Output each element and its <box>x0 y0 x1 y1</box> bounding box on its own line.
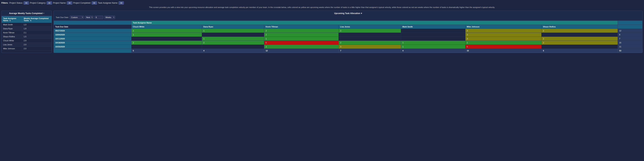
left-name-cell: Shaun Rollins <box>2 34 22 38</box>
value-cell <box>542 33 618 37</box>
value-cell: 1 <box>401 41 465 45</box>
table-row: 10/11/202011327 <box>54 37 642 41</box>
date-cell: 10/11/2020 <box>54 37 132 41</box>
value-cell: 2 <box>131 41 202 45</box>
description-text: This screen provides you with a view int… <box>2 6 642 9</box>
left-name-cell: Mike Johnson <box>2 46 22 50</box>
next-select[interactable]: Next Last <box>85 16 94 19</box>
value-cell: 3 <box>465 29 542 33</box>
filter-project-category-label: Project Category: <box>30 2 46 4</box>
filter-task-assignee-label: Task Assignee Name: <box>98 2 118 4</box>
left-table-header-row: Task Assignee Name ⇅ Weekly Average Comp… <box>2 16 52 22</box>
filter-project-name-label: Project Name: <box>53 2 66 4</box>
left-table: Task Assignee Name ⇅ Weekly Average Comp… <box>2 16 52 51</box>
value-cell: 1 <box>465 41 542 45</box>
filter-group-project-category: Project Category: All <box>30 1 52 4</box>
filter-project-status-label: Project Status: <box>10 2 23 4</box>
left-name-cell: Lisa Jones <box>2 42 22 46</box>
date-filter-row: Task Due Date: Custom This Week Next Wee… <box>56 16 640 19</box>
value-cell: 2 <box>264 29 339 33</box>
date-cell: 09/27/2020 <box>54 29 132 33</box>
value-cell <box>542 45 618 49</box>
value-cell: 2 <box>131 29 202 33</box>
left-table-row: Mark Smith 1.0 <box>2 22 52 26</box>
date-select-wrapper[interactable]: Custom This Week Next Week This Month <box>70 16 84 19</box>
left-name-cell: Kevin Tillman <box>2 30 22 34</box>
value-cell: 1 <box>202 29 264 33</box>
crosstab-col-shaun: Shaun Rollins <box>542 25 618 29</box>
table-row: 10/25/2020231511 <box>54 45 642 49</box>
left-value-cell: 2.9 <box>22 38 52 42</box>
value-cell: 2 <box>542 41 618 45</box>
left-value-cell: 1.8 <box>22 26 52 30</box>
crosstab-col-total <box>618 25 642 29</box>
row-total-cell: 12 <box>618 29 642 33</box>
filter-project-completed-btn[interactable]: All <box>92 1 97 4</box>
chevron-down-icon: ▾ <box>43 12 44 14</box>
col-total-cell: 4 <box>401 49 465 53</box>
value-cell <box>202 45 264 49</box>
row-total-cell: 8 <box>618 33 642 37</box>
filter-project-name-btn[interactable]: All <box>67 1 72 4</box>
left-table-row: Mike Johnson 2.0 <box>2 46 52 50</box>
value-cell: 2 <box>264 45 339 49</box>
crosstab-col-chuck: Chuck White <box>131 25 202 29</box>
left-table-row: Kevin Tillman 2.1 <box>2 30 52 34</box>
filter-task-assignee-btn[interactable]: All <box>118 1 124 4</box>
value-cell: 1 <box>202 37 264 41</box>
value-cell <box>339 37 401 41</box>
left-panel-title: Average Weekly Tasks Completed ▾ <box>2 11 52 16</box>
left-value-cell: 2.1 <box>22 30 52 34</box>
filter-project-completed-label: Project Completed: <box>73 2 91 4</box>
left-value-cell: 1.5 <box>22 34 52 38</box>
value-cell <box>401 29 465 33</box>
value-cell: 2 <box>264 33 339 37</box>
left-name-cell: Chuck White <box>2 38 22 42</box>
value-cell: 5 <box>264 41 339 45</box>
filter-group-project-completed: Project Completed: All <box>73 1 97 4</box>
filter-group-project-status: Project Status: All <box>10 1 29 4</box>
date-select[interactable]: Custom This Week Next Week This Month <box>70 16 84 19</box>
main-content: Average Weekly Tasks Completed ▾ Task As… <box>2 10 642 53</box>
value-cell: 2 <box>542 37 618 41</box>
next-select-wrapper[interactable]: Next Last <box>85 16 94 19</box>
crosstab-col-lisa: Lisa Jones <box>339 25 401 29</box>
filter-project-category-btn[interactable]: All <box>47 1 52 4</box>
period-select-wrapper[interactable]: Weeks Days Months <box>104 16 115 19</box>
right-panel-title: Upcoming Task Allocation ▾ <box>56 12 640 14</box>
right-panel-header: Upcoming Task Allocation ▾ Task Due Date… <box>54 11 642 21</box>
col-total-cell: 5 <box>131 49 202 53</box>
left-table-body: Mark Smith 1.0 Dana Ryan 1.8 Kevin Tillm… <box>2 22 52 50</box>
left-col2-header: Weekly Average Completed Tasks ⇅ <box>22 16 52 22</box>
value-cell: 2 <box>339 29 401 33</box>
filter-project-status-btn[interactable]: All <box>24 1 29 4</box>
value-cell: 2 <box>542 29 618 33</box>
left-table-row: Chuck White 2.9 <box>2 38 52 42</box>
col-total-cell: 12 <box>264 49 339 53</box>
crosstab-col-date: Task Due Date <box>54 25 132 29</box>
value-cell: 3 <box>339 45 401 49</box>
value-cell <box>131 45 202 49</box>
chevron-down-icon-right: ▾ <box>361 12 362 14</box>
date-cell: 10/04/2020 <box>54 33 132 37</box>
value-cell: 3 <box>465 33 542 37</box>
crosstab-table: Task Assignee Name Task Due Date Chuck W… <box>54 21 642 53</box>
value-cell: 1 <box>264 37 339 41</box>
crosstab-body: 09/27/20202122321210/04/2020123810/11/20… <box>54 29 642 49</box>
left-name-cell: Dana Ryan <box>2 26 22 30</box>
value-cell: 2 <box>202 41 264 45</box>
left-table-row: Shaun Rollins 1.5 <box>2 34 52 38</box>
totals-label-cell <box>54 49 132 53</box>
value-cell: 3 <box>465 37 542 41</box>
table-row: 10/04/20201238 <box>54 33 642 37</box>
value-cell: 1 <box>131 33 202 37</box>
next-value-input[interactable] <box>94 16 103 19</box>
row-total-cell: 11 <box>618 45 642 49</box>
left-col1-header: Task Assignee Name ⇅ <box>2 16 22 22</box>
value-cell: 2 <box>339 41 401 45</box>
filter-group-project-name: Project Name: All <box>53 1 72 4</box>
period-select[interactable]: Weeks Days Months <box>104 16 115 19</box>
col-total-cell: 4 <box>202 49 264 53</box>
date-cell: 10/25/2020 <box>54 45 132 49</box>
grand-total-cell: 53 <box>618 49 642 53</box>
